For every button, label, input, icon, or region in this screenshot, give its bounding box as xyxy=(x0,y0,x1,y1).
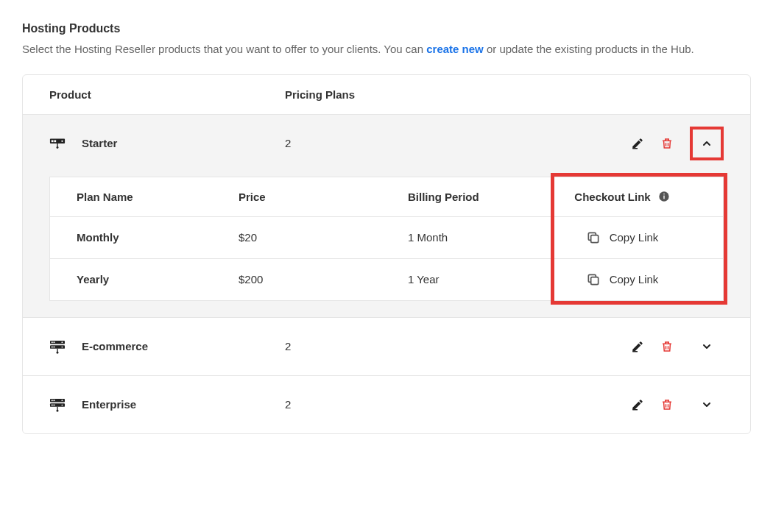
product-plan-count: 2 xyxy=(285,398,631,411)
svg-rect-2 xyxy=(54,140,56,142)
panel-header: Product Pricing Plans xyxy=(23,75,750,114)
trash-icon[interactable] xyxy=(660,137,674,150)
chevron-up-icon xyxy=(701,138,713,149)
svg-point-5 xyxy=(57,146,59,149)
copy-link-text: Copy Link xyxy=(610,273,659,285)
desc-text-post: or update the existing products in the H… xyxy=(484,43,694,55)
plan-name: Yearly xyxy=(77,273,239,285)
svg-rect-16 xyxy=(52,346,53,347)
svg-rect-10 xyxy=(590,235,598,242)
product-plan-count: 2 xyxy=(285,137,631,149)
edit-icon[interactable] xyxy=(631,398,644,411)
svg-rect-14 xyxy=(52,341,53,343)
svg-rect-26 xyxy=(54,400,55,401)
plan-price: $200 xyxy=(239,273,408,285)
copy-link-button[interactable]: Copy Link xyxy=(586,272,659,287)
info-icon[interactable] xyxy=(658,191,670,202)
edit-icon[interactable] xyxy=(631,340,644,353)
svg-rect-27 xyxy=(52,404,53,405)
copy-link-text: Copy Link xyxy=(610,231,659,244)
product-name: Starter xyxy=(82,137,117,149)
copy-link-button[interactable]: Copy Link xyxy=(586,230,659,245)
edit-icon[interactable] xyxy=(631,137,644,150)
product-plan-count: 2 xyxy=(285,340,631,352)
starter-plans-body: Plan Name Price Billing Period Checkout … xyxy=(23,172,750,317)
chevron-down-icon xyxy=(701,399,713,411)
col-billing-period: Billing Period xyxy=(408,191,548,203)
col-plan-name: Plan Name xyxy=(77,191,239,203)
copy-icon xyxy=(586,272,601,287)
chevron-down-icon xyxy=(701,341,713,352)
product-name: E-commerce xyxy=(82,340,148,352)
svg-point-29 xyxy=(61,400,63,401)
expand-button[interactable] xyxy=(690,330,724,363)
svg-rect-28 xyxy=(54,404,55,405)
svg-rect-33 xyxy=(632,409,638,411)
product-row-ecommerce[interactable]: E-commerce 2 xyxy=(23,317,750,375)
page-title: Hosting Products xyxy=(22,22,751,35)
svg-point-32 xyxy=(57,409,59,411)
trash-icon[interactable] xyxy=(660,398,674,411)
plan-price: $20 xyxy=(239,231,408,244)
expand-button[interactable] xyxy=(690,388,724,422)
col-price: Price xyxy=(239,191,408,203)
svg-point-18 xyxy=(61,341,63,343)
trash-icon[interactable] xyxy=(660,340,674,353)
plans-header-row: Plan Name Price Billing Period Checkout … xyxy=(49,177,724,217)
server-single-icon xyxy=(49,137,66,150)
product-name: Enterprise xyxy=(82,398,136,411)
server-stack-icon xyxy=(49,340,66,353)
svg-rect-6 xyxy=(632,148,638,149)
server-stack-icon xyxy=(49,398,66,411)
plans-table: Plan Name Price Billing Period Checkout … xyxy=(49,177,724,301)
svg-point-19 xyxy=(61,346,63,347)
create-new-link[interactable]: create new xyxy=(426,43,484,55)
plan-row-yearly: Yearly $200 1 Year Copy Link xyxy=(49,259,724,301)
svg-rect-1 xyxy=(52,140,54,142)
svg-point-21 xyxy=(57,351,59,353)
product-row-enterprise[interactable]: Enterprise 2 xyxy=(23,375,750,433)
svg-rect-8 xyxy=(663,196,664,199)
plan-period: 1 Year xyxy=(408,273,548,285)
svg-point-30 xyxy=(61,404,63,405)
desc-text-pre: Select the Hosting Reseller products tha… xyxy=(22,43,426,55)
plan-name: Monthly xyxy=(77,231,239,244)
checkout-link-label: Checkout Link xyxy=(574,191,650,203)
svg-rect-25 xyxy=(52,400,53,401)
svg-point-3 xyxy=(61,140,63,141)
plan-period: 1 Month xyxy=(408,231,548,244)
svg-rect-22 xyxy=(632,351,638,352)
products-panel: Product Pricing Plans Starter 2 xyxy=(22,74,751,434)
col-checkout-link: Checkout Link xyxy=(548,191,696,203)
svg-rect-17 xyxy=(54,346,55,347)
svg-rect-15 xyxy=(54,341,55,343)
column-pricing-plans: Pricing Plans xyxy=(285,88,724,101)
collapse-button-highlight[interactable] xyxy=(690,127,724,160)
column-product: Product xyxy=(49,88,285,101)
copy-icon xyxy=(586,230,601,245)
svg-rect-9 xyxy=(663,194,664,194)
svg-rect-11 xyxy=(590,277,598,284)
product-row-starter[interactable]: Starter 2 xyxy=(23,114,750,172)
page-description: Select the Hosting Reseller products tha… xyxy=(22,41,751,58)
plan-row-monthly: Monthly $20 1 Month Copy Link xyxy=(49,217,724,259)
